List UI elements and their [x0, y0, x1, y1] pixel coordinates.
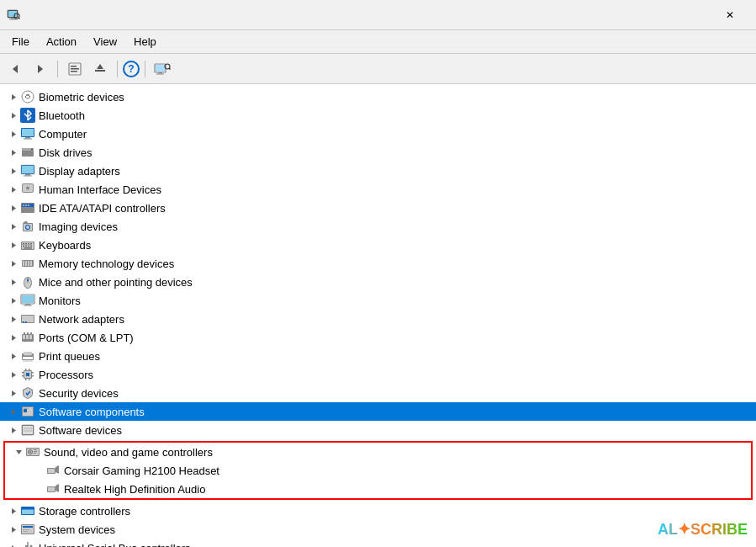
- svg-rect-116: [24, 409, 27, 412]
- tree-item-computer[interactable]: Computer: [0, 125, 756, 143]
- expand-memory[interactable]: [7, 254, 20, 273]
- expand-mice[interactable]: [7, 273, 20, 291]
- expand-disk[interactable]: [7, 143, 20, 162]
- tree-item-imaging[interactable]: Imaging devices: [0, 217, 756, 236]
- svg-marker-52: [12, 242, 16, 248]
- expand-software-components[interactable]: [7, 402, 20, 421]
- minimize-button[interactable]: [633, 0, 672, 30]
- tree-item-monitors[interactable]: Monitors: [0, 291, 756, 310]
- help-button[interactable]: ?: [123, 61, 140, 77]
- tree-item-corsair[interactable]: Corsair Gaming H2100 Headset: [5, 461, 751, 480]
- tree-item-mice[interactable]: Mice and other pointing devices: [0, 273, 756, 291]
- expand-processors[interactable]: [7, 365, 20, 384]
- icon-mice: [20, 274, 35, 289]
- expand-software-devices[interactable]: [7, 421, 20, 439]
- forward-button[interactable]: [29, 58, 52, 80]
- expand-biometric[interactable]: [7, 88, 20, 106]
- svg-rect-144: [23, 526, 33, 528]
- svg-rect-89: [29, 335, 32, 339]
- svg-rect-11: [71, 71, 77, 72]
- tree-item-memory[interactable]: Memory technology devices: [0, 254, 756, 273]
- tree-item-security[interactable]: Security devices: [0, 384, 756, 402]
- tree-item-software-devices[interactable]: Software devices: [0, 421, 756, 439]
- svg-rect-15: [156, 65, 165, 72]
- properties-button[interactable]: [63, 58, 87, 80]
- update-driver-button[interactable]: [88, 58, 112, 80]
- icon-universal: [20, 540, 35, 547]
- expand-ide[interactable]: [7, 199, 20, 217]
- tree-item-ports[interactable]: Ports (COM & LPT): [0, 328, 756, 347]
- tree-item-print[interactable]: Print queues: [0, 347, 756, 365]
- tree-item-processors[interactable]: Processors: [0, 365, 756, 384]
- expand-sound[interactable]: [12, 443, 25, 461]
- icon-storage: [20, 503, 35, 518]
- tree-item-disk[interactable]: Disk drives: [0, 143, 756, 162]
- expand-system[interactable]: [7, 520, 20, 539]
- tree-item-biometric[interactable]: Biometric devices: [0, 88, 756, 106]
- tree-item-keyboards[interactable]: Keyboards: [0, 236, 756, 254]
- svg-rect-92: [30, 332, 32, 334]
- maximize-button[interactable]: [672, 0, 711, 30]
- tree-item-software-components[interactable]: Software components: [0, 402, 756, 421]
- icon-imaging: [20, 219, 35, 234]
- close-button[interactable]: ✕: [711, 0, 749, 30]
- svg-rect-120: [23, 426, 33, 434]
- expand-storage[interactable]: [7, 502, 20, 520]
- svg-rect-104: [29, 369, 30, 370]
- back-button[interactable]: [3, 58, 27, 80]
- tree-item-storage[interactable]: Storage controllers: [0, 502, 756, 520]
- device-tree: Biometric devicesBluetoothComputerDisk d…: [0, 84, 756, 547]
- tree-item-network[interactable]: Network adapters: [0, 310, 756, 328]
- expand-hid[interactable]: [7, 180, 20, 199]
- scan-hardware-button[interactable]: [151, 58, 174, 80]
- tree-item-hid[interactable]: Human Interface Devices: [0, 180, 756, 199]
- tree-item-ide[interactable]: IDE ATA/ATAPI controllers: [0, 199, 756, 217]
- label-ide: IDE ATA/ATAPI controllers: [39, 202, 166, 215]
- menu-file[interactable]: File: [3, 32, 38, 51]
- svg-rect-77: [22, 295, 34, 303]
- tree-item-realtek[interactable]: Realtek High Definition Audio: [5, 480, 751, 498]
- icon-ide: [20, 200, 35, 215]
- label-imaging: Imaging devices: [39, 220, 118, 233]
- svg-rect-61: [28, 246, 29, 247]
- tree-item-bluetooth[interactable]: Bluetooth: [0, 106, 756, 125]
- svg-point-41: [26, 187, 29, 190]
- svg-rect-35: [22, 166, 34, 173]
- expand-monitors[interactable]: [7, 291, 20, 310]
- icon-computer: [20, 126, 35, 141]
- expand-bluetooth[interactable]: [7, 106, 20, 125]
- expand-computer[interactable]: [7, 125, 20, 143]
- tree-item-display[interactable]: Display adapters: [0, 162, 756, 180]
- expand-ports[interactable]: [7, 328, 20, 347]
- svg-rect-105: [25, 379, 27, 380]
- expand-corsair: [32, 461, 45, 480]
- svg-marker-33: [12, 168, 16, 174]
- svg-rect-68: [28, 261, 29, 266]
- svg-rect-9: [71, 66, 77, 67]
- svg-marker-132: [56, 465, 59, 474]
- menu-view[interactable]: View: [85, 32, 125, 51]
- svg-rect-96: [23, 357, 33, 359]
- label-display: Display adapters: [39, 165, 120, 178]
- svg-rect-108: [22, 375, 24, 377]
- svg-marker-64: [12, 261, 16, 267]
- tree-item-universal[interactable]: Universal Serial Bus controllers: [0, 539, 756, 547]
- icon-memory: [20, 256, 35, 271]
- icon-realtek: [45, 481, 61, 497]
- expand-security[interactable]: [7, 384, 20, 402]
- tree-item-system[interactable]: System devices: [0, 520, 756, 539]
- menu-action[interactable]: Action: [38, 32, 85, 51]
- expand-keyboards[interactable]: [7, 236, 20, 254]
- svg-rect-98: [23, 360, 33, 362]
- expand-universal[interactable]: [7, 539, 20, 547]
- expand-print[interactable]: [7, 347, 20, 365]
- expand-network[interactable]: [7, 310, 20, 328]
- svg-marker-85: [12, 335, 16, 341]
- icon-sound: [25, 444, 40, 459]
- tree-item-sound[interactable]: Sound, video and game controllers: [5, 443, 751, 461]
- expand-imaging[interactable]: [7, 217, 20, 236]
- label-computer: Computer: [39, 128, 87, 141]
- expand-display[interactable]: [7, 162, 20, 180]
- menu-help[interactable]: Help: [125, 32, 165, 51]
- watermark: AL✦SCRIBE: [658, 520, 748, 539]
